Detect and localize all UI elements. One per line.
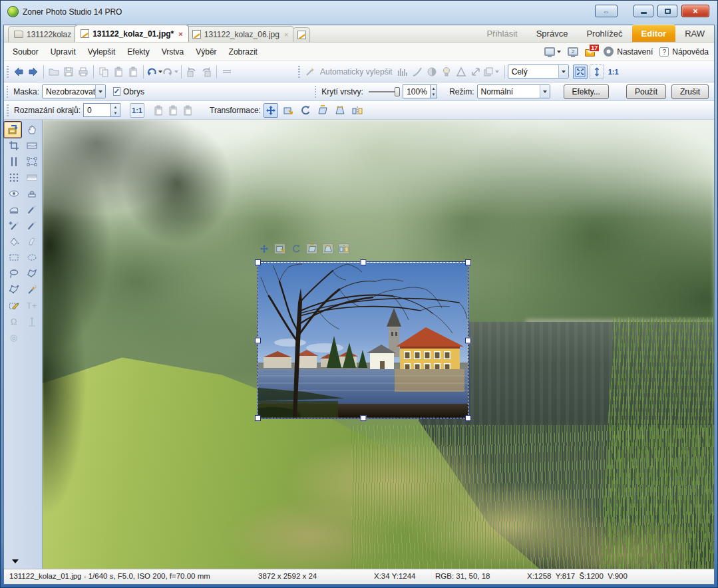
fit-height-button[interactable]	[590, 65, 604, 79]
apply-button[interactable]: Použít	[626, 84, 666, 99]
selection-handle-n[interactable]	[360, 259, 366, 265]
menu-vrstva[interactable]: Vrstva	[156, 45, 190, 59]
layer-opacity-slider[interactable]	[369, 87, 400, 96]
zoom-mode-select[interactable]: Celý	[508, 65, 569, 78]
curves-button[interactable]	[410, 65, 425, 79]
paste-variant-button[interactable]	[180, 103, 195, 118]
menu-zobrazit[interactable]: Zobrazit	[223, 45, 264, 59]
shadows-highlights-button[interactable]	[425, 65, 439, 79]
crop-tool[interactable]	[5, 138, 23, 154]
menu-efekty[interactable]: Efekty	[121, 45, 155, 59]
fill-tool[interactable]	[5, 233, 23, 249]
exif-lines-button[interactable]	[220, 65, 234, 79]
line-arrow-tool[interactable]	[23, 313, 41, 329]
rotate-left-button[interactable]	[184, 65, 199, 79]
straighten-tool[interactable]	[23, 138, 41, 154]
magic-wand-tool[interactable]	[23, 281, 41, 297]
undo-button[interactable]	[146, 65, 162, 79]
blend-mode-select[interactable]: Normální	[477, 84, 550, 98]
menu-soubor[interactable]: Soubor	[7, 45, 45, 59]
paste-variant-button[interactable]	[151, 103, 166, 118]
dual-monitor-switch-button[interactable]: ⇔	[595, 5, 618, 17]
fit-to-window-button[interactable]	[573, 65, 588, 79]
selection-handle-e[interactable]	[465, 337, 471, 343]
sharpen-button[interactable]	[454, 65, 468, 79]
selection-brush-tool[interactable]	[5, 297, 23, 313]
batch-button[interactable]	[483, 65, 499, 79]
one-to-one-button[interactable]: 1:1	[606, 65, 621, 79]
shape-tool[interactable]: Ω	[5, 313, 23, 329]
rotate-right-button[interactable]	[199, 65, 214, 79]
new-tab-stub[interactable]	[293, 27, 310, 42]
ellipse-select-tool[interactable]	[23, 249, 41, 265]
pan-tool[interactable]	[23, 122, 41, 138]
rotate-icon[interactable]	[290, 243, 301, 254]
forward-button[interactable]	[26, 65, 41, 79]
opacity-stepper[interactable]: ▲▼	[431, 84, 438, 98]
tab-close-icon[interactable]: ×	[178, 30, 182, 38]
back-button[interactable]	[11, 65, 26, 79]
paste-variant-button[interactable]	[166, 103, 180, 118]
more-tools-arrow[interactable]	[12, 559, 19, 563]
smudge-tool[interactable]	[23, 233, 41, 249]
resize-button[interactable]	[468, 65, 483, 79]
menu-vyber[interactable]: Výběr	[190, 45, 222, 59]
paint-brush-tool[interactable]	[23, 218, 41, 233]
toolbar-grip[interactable]	[7, 86, 8, 98]
transform-skew-button[interactable]	[315, 103, 330, 118]
auto-enhance-label[interactable]: Automaticky vylepšit	[320, 67, 393, 76]
blur-edges-stepper[interactable]: ▲▼	[111, 103, 120, 117]
layer-opacity-value[interactable]: 100%	[403, 84, 430, 98]
text-tool[interactable]: T+	[23, 297, 41, 313]
move-icon[interactable]	[258, 243, 269, 254]
actual-size-button[interactable]: 1:1	[130, 103, 144, 118]
transform-rotate-button[interactable]	[298, 103, 313, 118]
toolbar-grip[interactable]	[7, 66, 9, 78]
tab-image-active[interactable]: 131122_kolaz_01.jpg* ×	[75, 25, 189, 42]
tab-close-icon[interactable]: ×	[284, 31, 288, 39]
maximize-button[interactable]	[657, 5, 677, 17]
tab-image-2[interactable]: 131122_kolaz_06.jpg ×	[186, 26, 295, 42]
toolbar-grip[interactable]	[298, 66, 300, 78]
rectangle-select-tool[interactable]	[5, 249, 23, 265]
scale-icon[interactable]	[274, 243, 285, 254]
workspace-manager-link[interactable]: Správce	[527, 29, 578, 39]
levels-button[interactable]	[395, 65, 410, 79]
deform-tool[interactable]	[23, 154, 41, 170]
flip-icon[interactable]	[338, 243, 349, 254]
help-button[interactable]: ? Nápověda	[659, 47, 709, 57]
transform-scale-button[interactable]	[281, 103, 295, 118]
selection-handle-w[interactable]	[255, 337, 261, 343]
perspective-tool[interactable]	[5, 154, 23, 170]
second-monitor-button[interactable]: 2	[568, 47, 578, 56]
selection-handle-ne[interactable]	[465, 259, 471, 265]
effect-brush-tool[interactable]	[5, 218, 23, 233]
outline-checkbox[interactable]: ✓	[113, 87, 120, 96]
paste-special-button[interactable]	[126, 65, 140, 79]
gradient-filter-tool[interactable]	[23, 170, 41, 186]
retouch-brush-tool[interactable]	[23, 202, 41, 218]
workspace-login-link[interactable]: Přihlásit	[477, 29, 526, 39]
open-button[interactable]	[47, 65, 61, 79]
mesh-warp-tool[interactable]	[5, 170, 23, 186]
settings-button[interactable]: Nastavení	[604, 47, 653, 57]
toolbar-grip[interactable]	[315, 86, 316, 98]
transform-perspective-button[interactable]	[333, 103, 347, 118]
pasted-image-selection[interactable]	[258, 262, 468, 418]
menu-vylepsit[interactable]: Vylepšit	[82, 45, 122, 59]
close-button[interactable]: ×	[681, 5, 709, 17]
selection-handle-nw[interactable]	[255, 259, 261, 265]
menu-upravit[interactable]: Upravit	[45, 45, 82, 59]
save-button[interactable]	[61, 65, 76, 79]
brightness-button[interactable]	[439, 65, 454, 79]
auto-enhance-icon-button[interactable]	[303, 65, 317, 79]
messages-button[interactable]: 17	[585, 47, 597, 57]
minimize-button[interactable]	[633, 5, 653, 17]
red-eye-tool[interactable]	[5, 186, 23, 202]
slider-thumb[interactable]	[395, 87, 400, 96]
editor-canvas[interactable]	[43, 120, 714, 569]
print-button[interactable]	[76, 65, 90, 79]
workspace-raw-link[interactable]: RAW	[675, 29, 714, 39]
effects-button[interactable]: Efekty...	[564, 84, 609, 99]
smoothing-iron-tool[interactable]	[5, 202, 23, 218]
